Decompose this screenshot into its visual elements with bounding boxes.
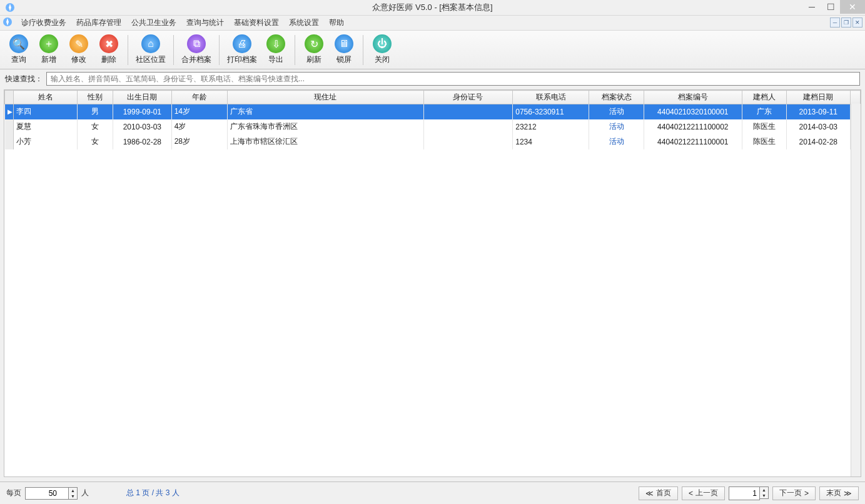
prev-page-button[interactable]: <上一页 xyxy=(682,486,725,500)
maximize-button[interactable]: ☐ xyxy=(821,0,840,14)
col-name[interactable]: 姓名 xyxy=(14,91,78,104)
first-page-button[interactable]: ≪首页 xyxy=(639,486,678,500)
refresh-icon: ↻ xyxy=(305,34,323,53)
col-phone[interactable]: 联系电话 xyxy=(513,91,589,104)
quick-search-label: 快速查找： xyxy=(5,74,43,84)
footer: 每页 ▲▼ 人 总 1 页 / 共 3 人 ≪首页 <上一页 ▲▼ 下一页> 末… xyxy=(0,481,865,504)
search-icon: 🔍 xyxy=(9,34,28,53)
menu-drug-inventory[interactable]: 药品库存管理 xyxy=(71,16,126,29)
location-icon: ⌂ xyxy=(141,34,160,53)
col-creator[interactable]: 建档人 xyxy=(742,91,786,104)
window-title: 众意好医师 V5.0 - [档案基本信息] xyxy=(372,2,492,13)
per-page-input[interactable] xyxy=(25,487,69,500)
page-summary: 总 1 页 / 共 3 人 xyxy=(126,488,180,498)
menu-basic-data[interactable]: 基础资料设置 xyxy=(229,16,284,29)
merge-icon: ⧉ xyxy=(187,34,206,53)
pencil-icon: ✎ xyxy=(69,34,88,53)
page-number-input[interactable] xyxy=(729,486,760,500)
quick-search-bar: 快速查找： xyxy=(0,69,865,88)
next-page-button[interactable]: 下一页> xyxy=(772,486,816,500)
export-icon: ⇩ xyxy=(266,34,285,53)
records-table-container: 姓名 性别 出生日期 年龄 现住址 身份证号 联系电话 档案状态 档案编号 建档… xyxy=(4,89,861,477)
col-gender[interactable]: 性别 xyxy=(78,91,113,104)
col-cdate[interactable]: 建档日期 xyxy=(786,91,850,104)
close-tab-button[interactable]: ⏻关闭 xyxy=(367,33,397,68)
lock-icon: 🖥 xyxy=(335,34,353,53)
menu-help[interactable]: 帮助 xyxy=(324,16,349,29)
export-button[interactable]: ⇩导出 xyxy=(261,33,291,68)
lock-button[interactable]: 🖥锁屏 xyxy=(329,33,359,68)
app-logo-icon xyxy=(5,3,15,15)
col-address[interactable]: 现住址 xyxy=(228,91,424,104)
plus-icon: ＋ xyxy=(39,34,58,53)
menu-system-settings[interactable]: 系统设置 xyxy=(284,16,324,29)
menu-query-stats[interactable]: 查询与统计 xyxy=(181,16,229,29)
delete-button[interactable]: ✖删除 xyxy=(94,33,124,68)
table-row[interactable]: 夏慧女2010-03-034岁广东省珠海市香洲区23212活动440402122… xyxy=(5,119,861,134)
close-button[interactable]: ✕ xyxy=(840,0,865,14)
records-table[interactable]: 姓名 性别 出生日期 年龄 现住址 身份证号 联系电话 档案状态 档案编号 建档… xyxy=(4,90,861,149)
table-row[interactable]: ▶李四男1999-09-0114岁广东省0756-3230911活动440402… xyxy=(5,104,861,119)
col-status[interactable]: 档案状态 xyxy=(589,91,644,104)
toolbar: 🔍查询 ＋新增 ✎修改 ✖删除 ⌂社区位置 ⧉合并档案 🖨打印档案 ⇩导出 ↻刷… xyxy=(0,31,865,69)
add-button[interactable]: ＋新增 xyxy=(34,33,64,68)
vertical-scrollbar[interactable] xyxy=(851,104,861,476)
col-fileno[interactable]: 档案编号 xyxy=(644,91,742,104)
last-page-button[interactable]: 末页≫ xyxy=(819,486,859,500)
col-dob[interactable]: 出生日期 xyxy=(113,91,172,104)
menu-clinical-billing[interactable]: 诊疗收费业务 xyxy=(16,16,71,29)
edit-button[interactable]: ✎修改 xyxy=(64,33,94,68)
community-button[interactable]: ⌂社区位置 xyxy=(132,33,169,68)
per-page-spinner[interactable]: ▲▼ xyxy=(69,487,78,500)
menubar: 诊疗收费业务 药品库存管理 公共卫生业务 查询与统计 基础资料设置 系统设置 帮… xyxy=(0,16,865,31)
printer-icon: 🖨 xyxy=(233,34,251,53)
merge-button[interactable]: ⧉合并档案 xyxy=(178,33,215,68)
query-button[interactable]: 🔍查询 xyxy=(4,33,34,68)
power-icon: ⏻ xyxy=(373,34,392,53)
col-age[interactable]: 年龄 xyxy=(171,91,228,104)
mdi-close-button[interactable]: ✕ xyxy=(852,18,862,28)
page-number-spinner[interactable]: ▲▼ xyxy=(760,486,769,499)
print-button[interactable]: 🖨打印档案 xyxy=(223,33,261,68)
app-logo-small-icon xyxy=(3,17,13,29)
mdi-restore-button[interactable]: ❐ xyxy=(841,18,851,28)
delete-icon: ✖ xyxy=(99,34,118,53)
menu-public-health[interactable]: 公共卫生业务 xyxy=(126,16,181,29)
titlebar: 众意好医师 V5.0 - [档案基本信息] ─ ☐ ✕ xyxy=(0,0,865,16)
mdi-minimize-button[interactable]: ─ xyxy=(830,18,840,28)
refresh-button[interactable]: ↻刷新 xyxy=(299,33,329,68)
col-idnum[interactable]: 身份证号 xyxy=(423,91,513,104)
table-row[interactable]: 小芳女1986-02-2828岁上海市市辖区徐汇区1234活动440402122… xyxy=(5,134,861,149)
table-header-row: 姓名 性别 出生日期 年龄 现住址 身份证号 联系电话 档案状态 档案编号 建档… xyxy=(5,91,861,104)
minimize-button[interactable]: ─ xyxy=(802,0,821,14)
per-page-unit: 人 xyxy=(81,488,89,498)
quick-search-input[interactable] xyxy=(46,72,860,86)
per-page-label: 每页 xyxy=(6,488,21,498)
